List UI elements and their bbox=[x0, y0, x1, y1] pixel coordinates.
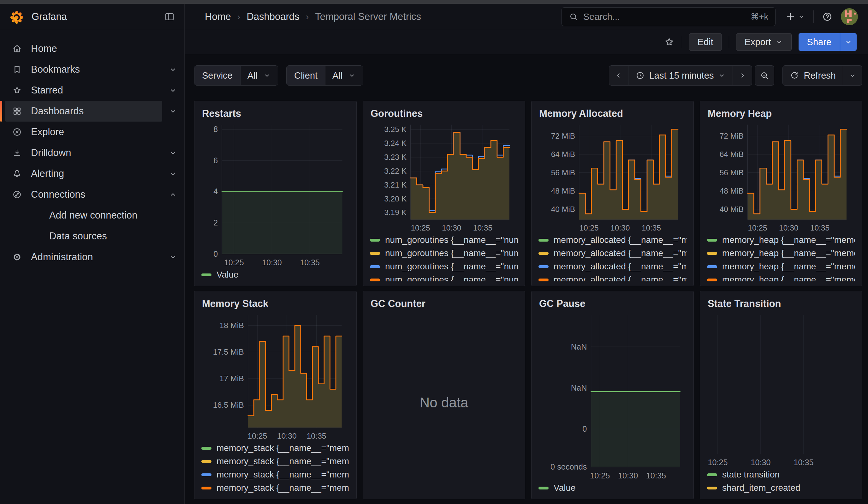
panel-legend: memory_stack {__name__="memory_smemory_s… bbox=[202, 442, 349, 495]
legend-series-label[interactable]: Value bbox=[217, 270, 239, 280]
legend-series-label[interactable]: memory_heap {__name__="memory_h bbox=[722, 248, 855, 258]
panel-title[interactable]: Memory Stack bbox=[202, 298, 349, 309]
time-forward-button[interactable] bbox=[733, 66, 752, 85]
sidebar-toggle-icon[interactable] bbox=[164, 11, 175, 22]
breadcrumb-home[interactable]: Home bbox=[205, 11, 231, 22]
legend-series-label[interactable]: memory_allocated {__name__="memo bbox=[554, 235, 686, 245]
panel-legend: num_goroutines {__name__="num_gonum_goro… bbox=[370, 233, 518, 281]
chart-goroutines[interactable]: 3.19 K3.20 K3.21 K3.22 K3.23 K3.24 K3.25… bbox=[370, 121, 518, 233]
panel-title[interactable]: GC Counter bbox=[371, 298, 518, 309]
legend-series-label[interactable]: state transition bbox=[722, 470, 779, 480]
share-button[interactable]: Share bbox=[798, 33, 840, 51]
svg-text:6: 6 bbox=[213, 156, 218, 165]
edit-button[interactable]: Edit bbox=[689, 33, 722, 51]
sidebar-item-drilldown[interactable]: Drilldown bbox=[5, 142, 162, 163]
legend-series-label[interactable]: memory_heap {__name__="memory_h bbox=[722, 275, 855, 281]
legend-series-label[interactable]: shard_item_created bbox=[722, 483, 800, 493]
sidebar-item-connections[interactable]: Connections bbox=[5, 184, 162, 205]
variable-value-dropdown[interactable]: All bbox=[325, 66, 363, 85]
sidebar-item-bookmarks[interactable]: Bookmarks bbox=[5, 59, 162, 80]
legend-series-label[interactable]: memory_allocated {__name__="memo bbox=[554, 248, 686, 258]
brand-row: Grafana bbox=[0, 4, 184, 30]
panel-title[interactable]: Memory Heap bbox=[707, 108, 855, 119]
panel-title[interactable]: GC Pause bbox=[539, 298, 686, 309]
panel-title[interactable]: Restarts bbox=[202, 108, 349, 119]
chart-gc-pause[interactable]: 0 seconds0NaNNaN10:2510:3010:35 bbox=[538, 311, 686, 481]
refresh-interval-button[interactable] bbox=[843, 66, 862, 85]
help-button[interactable] bbox=[822, 11, 833, 22]
search-input[interactable]: Search... ⌘+k bbox=[561, 7, 776, 26]
zoom-out-button[interactable] bbox=[755, 66, 774, 85]
chart-state-transition[interactable]: 10:2510:3010:35 bbox=[707, 311, 855, 467]
legend-series-label[interactable]: num_goroutines {__name__="num_go bbox=[385, 261, 518, 271]
legend-series-dash-icon bbox=[538, 487, 549, 490]
sidebar-item-add-new-connection[interactable]: Add new connection bbox=[5, 205, 162, 226]
legend-series-label[interactable]: num_goroutines {__name__="num_go bbox=[385, 275, 518, 281]
legend-series-label[interactable]: memory_heap {__name__="memory_h bbox=[722, 261, 855, 271]
add-button[interactable] bbox=[785, 11, 805, 22]
legend-series-label[interactable]: num_goroutines {__name__="num_go bbox=[385, 235, 518, 245]
clock-icon bbox=[636, 71, 645, 80]
legend-series-label[interactable]: memory_allocated {__name__="memo bbox=[554, 261, 686, 271]
chevron-down-icon bbox=[263, 72, 271, 79]
legend-series-label[interactable]: memory_stack {__name__="memory_s bbox=[217, 456, 349, 466]
legend-series-label[interactable]: memory_stack {__name__="memory_s bbox=[217, 483, 349, 493]
svg-text:10:25: 10:25 bbox=[707, 458, 727, 467]
time-back-button[interactable] bbox=[609, 66, 628, 85]
sidebar-item-alerting[interactable]: Alerting bbox=[5, 163, 162, 184]
legend-series-label[interactable]: memory_stack {__name__="memory_s bbox=[217, 443, 349, 453]
breadcrumb-dashboards[interactable]: Dashboards bbox=[247, 11, 299, 22]
sidebar-item-dashboards[interactable]: Dashboards bbox=[5, 101, 162, 122]
chevron-down-icon[interactable] bbox=[168, 148, 177, 157]
legend-series-dash-icon bbox=[707, 278, 717, 281]
panel-legend: state transitionshard_item_created bbox=[707, 468, 855, 495]
time-picker-group: Last 15 minutes bbox=[609, 65, 753, 85]
export-button[interactable]: Export bbox=[736, 33, 792, 51]
svg-text:64 MiB: 64 MiB bbox=[551, 150, 575, 158]
chart-memory-allocated[interactable]: 40 MiB48 MiB56 MiB64 MiB72 MiB10:2510:30… bbox=[538, 121, 686, 233]
variable-label: Client bbox=[287, 66, 325, 85]
chevron-down-icon[interactable] bbox=[168, 107, 177, 116]
panel-title[interactable]: Memory Allocated bbox=[539, 108, 686, 119]
bell-icon bbox=[12, 169, 22, 179]
svg-text:10:30: 10:30 bbox=[779, 224, 798, 232]
sidebar-item-starred[interactable]: Starred bbox=[5, 80, 162, 101]
chevron-down-icon[interactable] bbox=[168, 253, 177, 261]
variable-value-dropdown[interactable]: All bbox=[240, 66, 278, 85]
chevron-up-icon[interactable] bbox=[168, 190, 177, 199]
sidebar-item-label: Connections bbox=[31, 189, 85, 200]
sidebar-item-data-sources[interactable]: Data sources bbox=[5, 226, 162, 247]
share-menu-button[interactable] bbox=[840, 33, 857, 51]
home-icon bbox=[12, 43, 22, 54]
legend-series-dash-icon bbox=[202, 473, 211, 476]
svg-text:10:25: 10:25 bbox=[579, 224, 598, 232]
variable-client: ClientAll bbox=[286, 65, 363, 85]
avatar[interactable] bbox=[841, 8, 858, 25]
legend-series-label[interactable]: num_goroutines {__name__="num_go bbox=[385, 248, 518, 258]
legend-series-label[interactable]: Value bbox=[554, 483, 576, 493]
sidebar-item-administration[interactable]: Administration bbox=[5, 247, 162, 267]
chart-restarts[interactable]: 0246810:2510:3010:35 bbox=[202, 121, 349, 267]
refresh-button[interactable]: Refresh bbox=[783, 66, 843, 85]
star-dashboard-icon[interactable] bbox=[663, 36, 675, 48]
panel-legend: Value bbox=[538, 481, 686, 495]
svg-text:17.5 MiB: 17.5 MiB bbox=[213, 348, 244, 356]
chart-memory-stack[interactable]: 16.5 MiB17 MiB17.5 MiB18 MiB10:2510:3010… bbox=[202, 311, 349, 441]
legend-series-label[interactable]: memory_stack {__name__="memory_s bbox=[217, 470, 349, 480]
chart-memory-heap[interactable]: 40 MiB48 MiB56 MiB64 MiB72 MiB10:2510:30… bbox=[707, 121, 855, 233]
panel-title[interactable]: Goroutines bbox=[371, 108, 518, 119]
legend-series-label[interactable]: memory_heap {__name__="memory_h bbox=[722, 235, 855, 245]
svg-text:10:25: 10:25 bbox=[411, 224, 430, 232]
sidebar-item-home[interactable]: Home bbox=[5, 38, 162, 59]
panel-title[interactable]: State Transition bbox=[707, 298, 855, 309]
time-range-picker[interactable]: Last 15 minutes bbox=[628, 66, 733, 85]
chevron-down-icon[interactable] bbox=[168, 169, 177, 178]
legend-series-label[interactable]: memory_allocated {__name__="memo bbox=[554, 275, 686, 281]
sidebar-item-explore[interactable]: Explore bbox=[5, 122, 162, 142]
panel-goroutines: Goroutines3.19 K3.20 K3.21 K3.22 K3.23 K… bbox=[363, 101, 525, 286]
variable-label: Service bbox=[194, 66, 240, 85]
dashboard-toolbar: Edit Export Share bbox=[185, 30, 868, 54]
chevron-down-icon[interactable] bbox=[168, 86, 177, 95]
search-placeholder: Search... bbox=[583, 12, 745, 22]
chevron-down-icon[interactable] bbox=[168, 65, 177, 74]
